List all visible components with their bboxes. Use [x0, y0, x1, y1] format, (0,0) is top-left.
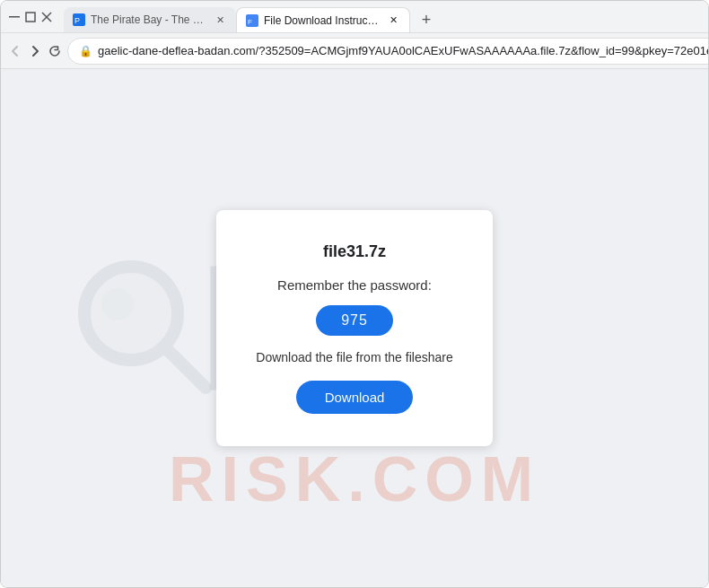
address-bar[interactable]: 🔒 gaelic-dane-deflea-badan.com/?352509=A… — [67, 38, 709, 65]
title-bar: P The Pirate Bay - The galaxy's m... ✕ F… — [1, 1, 708, 33]
window-controls — [8, 11, 53, 23]
back-button[interactable] — [8, 39, 22, 64]
new-tab-button[interactable]: + — [414, 7, 439, 32]
address-text: gaelic-dane-deflea-badan.com/?352509=ACM… — [98, 44, 709, 57]
svg-text:P: P — [74, 16, 80, 25]
card-password-badge: 975 — [316, 305, 393, 336]
svg-point-12 — [84, 267, 178, 360]
download-card: file31.7z Remember the password: 975 Dow… — [216, 210, 492, 446]
piratebay-favicon: P — [73, 13, 85, 26]
card-remember-label: Remember the password: — [277, 277, 432, 293]
svg-line-14 — [165, 347, 206, 388]
card-filename: file31.7z — [323, 242, 386, 261]
nav-bar: 🔒 gaelic-dane-deflea-badan.com/?352509=A… — [1, 33, 708, 69]
reload-button[interactable] — [48, 39, 62, 64]
card-instruction: Download the file from the fileshare — [256, 350, 452, 364]
svg-rect-0 — [9, 16, 20, 18]
minimize-button[interactable] — [8, 11, 21, 23]
tab-filedownload-label: File Download Instructions for... — [264, 14, 381, 27]
browser-window: P The Pirate Bay - The galaxy's m... ✕ F… — [0, 0, 709, 588]
close-button[interactable] — [40, 11, 53, 23]
lock-icon: 🔒 — [79, 45, 92, 57]
tab-filedownload[interactable]: F File Download Instructions for... ✕ — [236, 7, 410, 32]
tab-piratebay-close[interactable]: ✕ — [213, 13, 227, 27]
tab-piratebay[interactable]: P The Pirate Bay - The galaxy's m... ✕ — [64, 7, 236, 32]
tab-piratebay-label: The Pirate Bay - The galaxy's m... — [91, 13, 207, 26]
filedownload-favicon: F — [246, 14, 258, 27]
download-button[interactable]: Download — [296, 381, 414, 414]
svg-point-13 — [101, 288, 134, 320]
svg-text:F: F — [248, 18, 252, 26]
forward-button[interactable] — [28, 39, 42, 64]
tab-filedownload-close[interactable]: ✕ — [386, 13, 400, 28]
tabs-bar: P The Pirate Bay - The galaxy's m... ✕ F… — [64, 1, 701, 32]
magnifier-watermark — [73, 255, 216, 402]
page-content: PC RISK.COM file31.7z Remember the passw… — [1, 69, 708, 587]
svg-rect-1 — [26, 13, 35, 22]
risk-watermark-text: RISK.COM — [169, 443, 540, 515]
maximize-button[interactable] — [24, 11, 37, 23]
